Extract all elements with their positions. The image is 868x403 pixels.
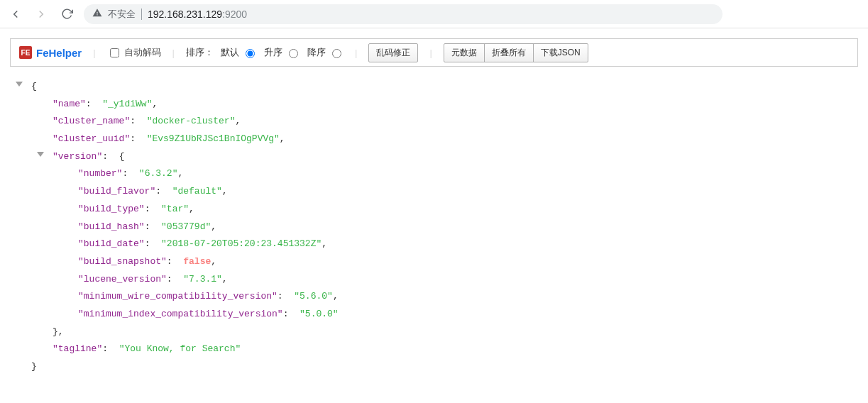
address-divider: [141, 9, 142, 20]
fix-encoding-button[interactable]: 乱码修正: [368, 43, 418, 62]
fe-badge-icon: FE: [19, 46, 32, 59]
json-row[interactable]: "number": "6.3.2",: [7, 165, 861, 183]
json-root-open[interactable]: {: [7, 78, 861, 96]
json-version-close: },: [7, 324, 861, 341]
json-viewer: { "name": "_y1diWw", "cluster_name": "do…: [0, 67, 868, 390]
separator: |: [172, 48, 175, 58]
json-row[interactable]: "minimum_wire_compatibility_version": "5…: [7, 288, 861, 306]
json-row[interactable]: "build_flavor": "default",: [7, 183, 861, 201]
collapse-all-button[interactable]: 折叠所有: [484, 43, 534, 62]
json-row[interactable]: "minimum_index_compatibility_version": "…: [7, 306, 861, 324]
address-bar[interactable]: 不安全 192.168.231.129:9200: [84, 4, 723, 24]
sort-asc-option[interactable]: 升序: [264, 46, 300, 59]
sort-default-option[interactable]: 默认: [221, 46, 257, 59]
reload-button[interactable]: [58, 6, 75, 23]
auto-decode-checkbox[interactable]: [110, 48, 119, 57]
separator: |: [355, 48, 357, 58]
browser-nav-bar: 不安全 192.168.231.129:9200: [0, 0, 868, 28]
json-root-close: }: [7, 358, 861, 376]
sort-asc-radio[interactable]: [289, 49, 298, 58]
json-row[interactable]: "cluster_uuid": "Evs9Z1UbRJSc1BnIOgPVVg"…: [7, 131, 861, 148]
json-row[interactable]: "tagline": "You Know, for Search": [7, 341, 861, 358]
fehelper-brand: FeHelper: [36, 47, 82, 59]
sort-desc-option[interactable]: 降序: [307, 46, 344, 59]
url-text: 192.168.231.129:9200: [148, 9, 247, 20]
auto-decode-toggle[interactable]: 自动解码: [107, 46, 161, 60]
forward-button[interactable]: [33, 6, 50, 23]
separator: |: [429, 48, 432, 58]
sort-desc-radio[interactable]: [332, 49, 341, 58]
json-actions-group: 元数据 折叠所有 下载JSON: [444, 43, 588, 62]
chevron-down-icon[interactable]: [16, 82, 23, 87]
download-json-button[interactable]: 下载JSON: [533, 43, 588, 62]
json-row[interactable]: "name": "_y1diWw",: [7, 96, 861, 114]
auto-decode-label: 自动解码: [124, 46, 161, 59]
json-row[interactable]: "cluster_name": "docker-cluster",: [7, 113, 861, 131]
json-row[interactable]: "build_hash": "053779d",: [7, 219, 861, 236]
json-row[interactable]: "lucene_version": "7.3.1",: [7, 271, 861, 289]
json-row[interactable]: "build_date": "2018-07-20T05:20:23.45133…: [7, 236, 861, 253]
metadata-button[interactable]: 元数据: [444, 43, 485, 62]
json-row[interactable]: "build_type": "tar",: [7, 201, 861, 219]
separator: |: [93, 48, 95, 58]
json-row[interactable]: "build_snapshot": false,: [7, 253, 861, 271]
json-version-open[interactable]: "version": {: [7, 148, 861, 166]
insecure-label: 不安全: [108, 8, 136, 21]
back-button[interactable]: [7, 6, 24, 23]
insecure-icon: [92, 8, 102, 20]
fehelper-logo[interactable]: FE FeHelper: [19, 46, 82, 59]
sort-label: 排序：: [186, 46, 214, 59]
sort-group: 排序： 默认 升序 降序: [186, 46, 344, 59]
sort-default-radio[interactable]: [246, 49, 255, 58]
chevron-down-icon[interactable]: [37, 152, 44, 157]
fehelper-toolbar: FE FeHelper | 自动解码 | 排序： 默认 升序 降序 | 乱码修正…: [10, 38, 858, 67]
